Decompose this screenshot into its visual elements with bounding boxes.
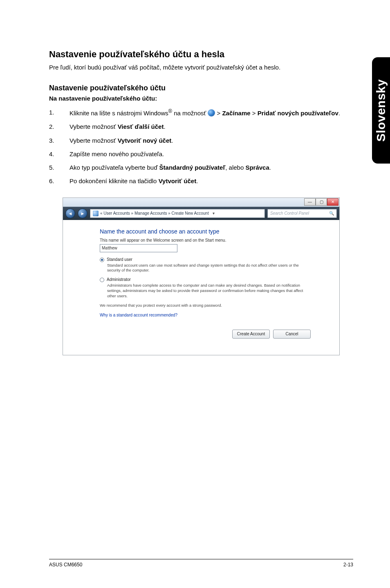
search-input[interactable]: Search Control Panel 🔍	[267, 209, 337, 218]
step4-text: Zapíšte meno nového používateľa.	[69, 150, 164, 157]
nav-forward-button[interactable]: ►	[78, 209, 87, 218]
footer-left: ASUS CM6650	[49, 562, 82, 568]
step6-bold: Vytvoriť účet	[159, 177, 197, 184]
step2-bold: Viesť ďalší účet	[118, 123, 164, 130]
dialog-window: — ▢ ✕ ◄ ► « User Accounts » Manage Accou…	[63, 197, 340, 355]
steps-label: Na nastavenie používateľského účtu:	[49, 95, 353, 102]
account-name-input[interactable]: Matthew	[100, 244, 177, 252]
step1-bold2: Pridať nových používateľov	[258, 110, 338, 117]
nav-back-button[interactable]: ◄	[65, 209, 75, 218]
step1-sep2: >	[251, 110, 258, 117]
step1-text-b: na možnosť	[172, 110, 208, 117]
cancel-button[interactable]: Cancel	[273, 330, 311, 339]
radio-administrator-label: Administrator	[107, 277, 131, 282]
step6-text-a: Po dokončení kliknite na tlačidlo	[69, 177, 159, 184]
step1-bold1: Začíname	[222, 110, 250, 117]
step3-text-a: Vyberte možnosť	[69, 137, 118, 144]
search-icon: 🔍	[329, 211, 334, 215]
footer-right: 2-13	[343, 562, 353, 568]
dialog-body: Name the account and choose an account t…	[63, 220, 339, 355]
step6-end: .	[196, 177, 198, 184]
radio-standard-user-label: Standard user	[107, 257, 132, 262]
radio-standard-user-desc: Standard account users can use most soft…	[107, 263, 311, 274]
step3-end: .	[171, 137, 173, 144]
page-content: Nastavenie používateľského účtu a hesla …	[0, 0, 390, 588]
windows-start-icon	[208, 109, 215, 117]
radio-standard-user[interactable]: Standard user	[100, 257, 311, 262]
main-heading: Nastavenie používateľského účtu a hesla	[49, 49, 353, 60]
search-placeholder: Search Control Panel	[270, 211, 309, 215]
window-controls: — ▢ ✕	[304, 198, 338, 206]
radio-administrator[interactable]: Administrator	[100, 277, 311, 282]
step2-text-a: Vyberte možnosť	[69, 123, 118, 130]
recommend-text: We recommend that you protect every acco…	[100, 303, 311, 307]
step5-text-b: , alebo	[225, 164, 245, 171]
step5-bold2: Správca	[245, 164, 269, 171]
step5-end: .	[269, 164, 271, 171]
titlebar: — ▢ ✕	[63, 198, 339, 207]
step1-text-a: Kliknite na lište s nástrojmi Windows	[69, 110, 168, 117]
minimize-button[interactable]: —	[304, 198, 316, 206]
maximize-button[interactable]: ▢	[316, 198, 327, 206]
steps-list: Kliknite na lište s nástrojmi Windows® n…	[49, 108, 353, 186]
navbar: ◄ ► « User Accounts » Manage Accounts » …	[63, 207, 339, 220]
step-2: Vyberte možnosť Viesť ďalší účet.	[49, 122, 353, 131]
step1-reg: ®	[168, 108, 172, 114]
radio-administrator-dot[interactable]	[100, 278, 104, 282]
control-panel-icon	[93, 211, 99, 216]
dialog-heading: Name the account and choose an account t…	[100, 228, 311, 235]
step1-end: .	[338, 110, 340, 117]
breadcrumb-dropdown-icon[interactable]: ▾	[211, 211, 217, 215]
breadcrumb[interactable]: « User Accounts » Manage Accounts » Crea…	[90, 209, 265, 218]
step2-end: .	[164, 123, 165, 130]
step-6: Po dokončení kliknite na tlačidlo Vytvor…	[49, 176, 353, 186]
breadcrumb-text: « User Accounts » Manage Accounts » Crea…	[100, 211, 209, 215]
step-5: Ako typ používateľa vyberte buď Štandard…	[49, 163, 353, 172]
step5-text-a: Ako typ používateľa vyberte buď	[69, 164, 159, 171]
close-button[interactable]: ✕	[327, 198, 338, 206]
step-1: Kliknite na lište s nástrojmi Windows® n…	[49, 108, 353, 118]
step3-bold: Vytvoriť nový účet	[118, 137, 172, 144]
why-standard-link[interactable]: Why is a standard account recommended?	[100, 313, 177, 317]
step-4: Zapíšte meno nového používateľa.	[49, 149, 353, 159]
intro-text: Pre ľudí, ktorí budú používať váš počíta…	[49, 64, 353, 71]
sub-heading: Nastavenie používateľského účtu	[49, 84, 353, 92]
create-account-button[interactable]: Create Account	[232, 330, 270, 339]
radio-standard-user-dot[interactable]	[100, 258, 104, 262]
page-footer: ASUS CM6650 2-13	[49, 559, 353, 568]
dialog-subtext: This name will appear on the Welcome scr…	[100, 238, 311, 242]
step1-sep1: >	[215, 110, 222, 117]
account-name-value: Matthew	[102, 246, 117, 250]
radio-administrator-desc: Administrators have complete access to t…	[107, 283, 311, 298]
dialog-button-row: Create Account Cancel	[100, 325, 311, 339]
step-3: Vyberte možnosť Vytvoriť nový účet.	[49, 136, 353, 145]
step5-bold1: Štandardný používateľ	[159, 164, 226, 171]
